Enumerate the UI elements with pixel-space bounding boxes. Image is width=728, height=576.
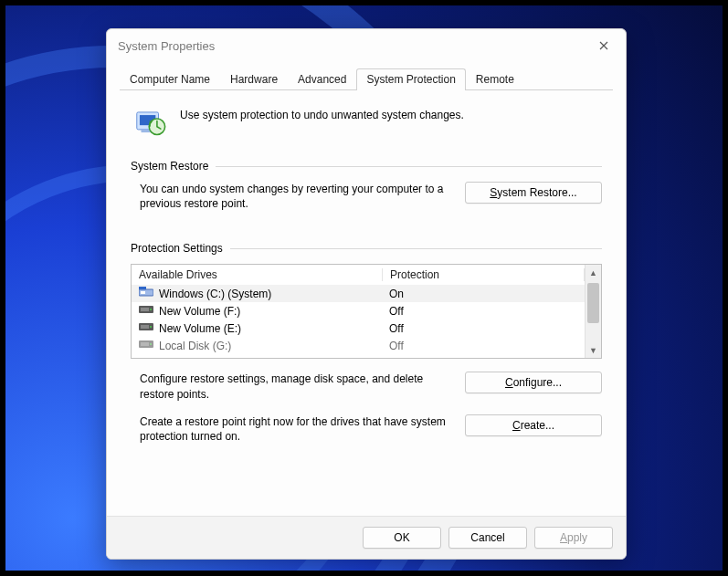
configure-desc: Configure restore settings, manage disk … xyxy=(140,372,450,401)
tab-remote[interactable]: Remote xyxy=(466,68,524,90)
ok-button[interactable]: OK xyxy=(363,527,441,549)
svg-point-15 xyxy=(150,343,152,345)
svg-rect-6 xyxy=(139,287,146,289)
scroll-down-icon[interactable]: ▼ xyxy=(586,342,601,358)
svg-rect-8 xyxy=(141,308,149,311)
drive-icon xyxy=(139,304,153,318)
col-protection[interactable]: Protection xyxy=(383,268,585,281)
drive-icon xyxy=(139,287,153,300)
svg-point-12 xyxy=(150,326,152,328)
tab-hardware[interactable]: Hardware xyxy=(220,68,288,90)
drive-row[interactable]: Local Disk (G:)Off xyxy=(132,337,585,354)
configure-button[interactable]: Configure... xyxy=(465,372,602,393)
group-system-restore: System Restore xyxy=(131,160,602,173)
svg-point-9 xyxy=(150,309,152,310)
drive-protection: Off xyxy=(382,322,585,335)
group-protection-settings: Protection Settings xyxy=(131,242,602,255)
dialog-footer: OK Cancel Apply xyxy=(107,516,626,559)
tab-strip: Computer Name Hardware Advanced System P… xyxy=(120,68,613,90)
drive-row[interactable]: New Volume (F:)Off xyxy=(132,302,585,319)
vertical-scrollbar[interactable]: ▲ ▼ xyxy=(585,265,601,358)
drive-row[interactable]: New Volume (E:)Off xyxy=(132,319,585,337)
intro-text: Use system protection to undo unwanted s… xyxy=(180,105,464,121)
scroll-up-icon[interactable]: ▲ xyxy=(586,265,601,280)
titlebar[interactable]: System Properties xyxy=(107,29,626,62)
drive-name: Local Disk (G:) xyxy=(159,340,231,352)
drive-name: New Volume (F:) xyxy=(159,305,240,318)
create-button[interactable]: Create... xyxy=(465,414,602,436)
drive-icon xyxy=(139,321,153,335)
svg-rect-11 xyxy=(141,325,149,329)
system-properties-dialog: System Properties Computer Name Hardware… xyxy=(106,28,627,560)
close-icon[interactable] xyxy=(587,33,620,58)
system-protection-icon xyxy=(132,105,167,140)
apply-button[interactable]: Apply xyxy=(534,527,613,549)
system-restore-button[interactable]: System Restore... xyxy=(465,182,602,204)
create-desc: Create a restore point right now for the… xyxy=(140,414,450,444)
cancel-button[interactable]: Cancel xyxy=(448,527,527,549)
desktop-background: System Properties Computer Name Hardware… xyxy=(0,0,728,576)
drive-name: Windows (C:) (System) xyxy=(159,288,271,300)
drive-name: New Volume (E:) xyxy=(159,322,241,335)
drives-listview[interactable]: Available Drives Protection Windows (C:)… xyxy=(131,264,602,359)
col-available-drives[interactable]: Available Drives xyxy=(132,268,383,281)
drive-protection: Off xyxy=(382,305,585,318)
scrollbar-thumb[interactable] xyxy=(587,283,599,323)
drive-icon xyxy=(139,339,153,352)
svg-rect-5 xyxy=(141,291,145,294)
system-restore-desc: You can undo system changes by reverting… xyxy=(140,182,450,211)
tab-advanced[interactable]: Advanced xyxy=(288,68,356,90)
drive-row[interactable]: Windows (C:) (System)On xyxy=(132,285,585,302)
drive-protection: On xyxy=(382,288,585,300)
svg-rect-14 xyxy=(141,342,149,346)
window-title: System Properties xyxy=(118,39,587,53)
tab-system-protection[interactable]: System Protection xyxy=(356,68,465,90)
drive-protection: Off xyxy=(382,340,585,352)
listview-header[interactable]: Available Drives Protection xyxy=(132,265,585,285)
tab-computer-name[interactable]: Computer Name xyxy=(120,68,220,90)
